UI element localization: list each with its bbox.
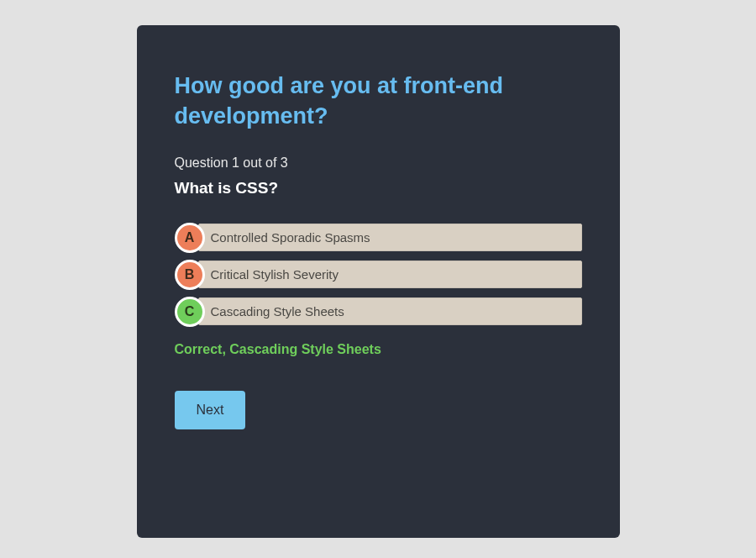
answer-letter-badge: B <box>175 260 205 290</box>
quiz-card: How good are you at front-end developmen… <box>137 25 620 538</box>
quiz-title: How good are you at front-end developmen… <box>175 71 582 132</box>
answer-letter-badge: A <box>175 223 205 253</box>
question-text: What is CSS? <box>175 179 582 197</box>
answer-text: Cascading Style Sheets <box>198 297 582 325</box>
next-button[interactable]: Next <box>175 391 246 429</box>
feedback-message: Correct, Cascading Style Sheets <box>175 342 582 357</box>
answer-text: Controlled Sporadic Spasms <box>198 224 582 251</box>
answer-text: Critical Stylish Severity <box>198 261 582 288</box>
question-progress: Question 1 out of 3 <box>175 155 582 171</box>
answer-option-c[interactable]: C Cascading Style Sheets <box>175 297 582 327</box>
answer-option-a[interactable]: A Controlled Sporadic Spasms <box>175 223 582 253</box>
answer-letter-badge: C <box>175 297 205 327</box>
answer-option-b[interactable]: B Critical Stylish Severity <box>175 260 582 290</box>
answers-list: A Controlled Sporadic Spasms B Critical … <box>175 223 582 327</box>
